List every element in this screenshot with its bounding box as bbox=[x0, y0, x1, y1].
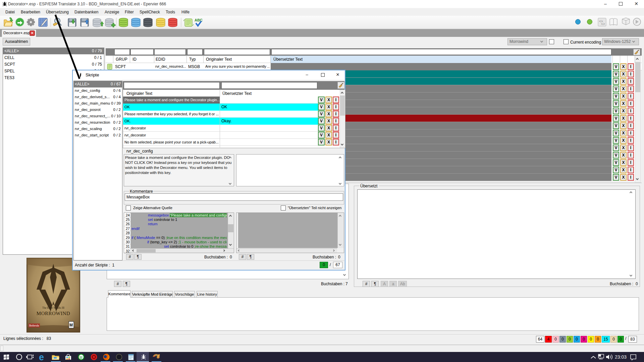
svg-text:U: U bbox=[80, 355, 83, 359]
svg-text:<>: <> bbox=[601, 22, 605, 26]
svg-text:The Elder Scrolls III: The Elder Scrolls III bbox=[42, 306, 64, 309]
svg-text:MORROWIND: MORROWIND bbox=[37, 311, 70, 316]
svg-text:23:03: 23:03 bbox=[615, 354, 627, 360]
svg-text:e: e bbox=[39, 352, 44, 362]
svg-text:M: M bbox=[69, 323, 73, 327]
svg-text:Bethesda: Bethesda bbox=[29, 324, 39, 327]
